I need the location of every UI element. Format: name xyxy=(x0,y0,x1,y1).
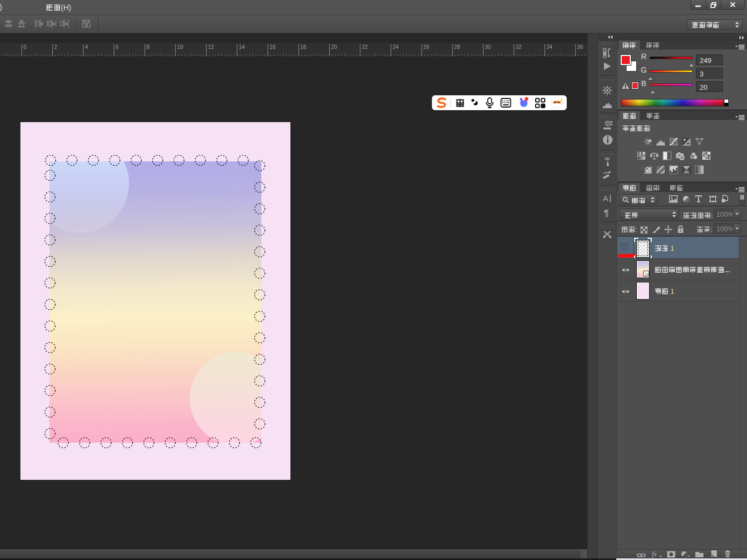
svg-text:12: 12 xyxy=(208,44,215,50)
svg-text:32: 32 xyxy=(516,44,522,50)
svg-text:14: 14 xyxy=(239,44,245,50)
svg-text:24: 24 xyxy=(393,44,399,50)
svg-text:0: 0 xyxy=(24,44,27,50)
svg-text:fx: fx xyxy=(652,550,657,558)
svg-text:4: 4 xyxy=(85,44,88,50)
svg-text:2: 2 xyxy=(54,44,58,50)
svg-text:¶: ¶ xyxy=(604,209,609,218)
svg-text:18: 18 xyxy=(300,44,307,50)
svg-text:16: 16 xyxy=(269,44,276,50)
svg-text:8: 8 xyxy=(146,44,150,50)
svg-text:22: 22 xyxy=(362,44,368,50)
svg-text:30: 30 xyxy=(485,44,492,50)
svg-text:A: A xyxy=(603,194,608,203)
svg-text:10: 10 xyxy=(177,44,184,50)
svg-text:26: 26 xyxy=(423,44,430,50)
svg-text:20: 20 xyxy=(331,44,338,50)
svg-text:34: 34 xyxy=(546,44,553,50)
svg-text:36: 36 xyxy=(577,44,584,50)
svg-text:28: 28 xyxy=(454,44,460,50)
svg-text:6: 6 xyxy=(116,44,119,50)
